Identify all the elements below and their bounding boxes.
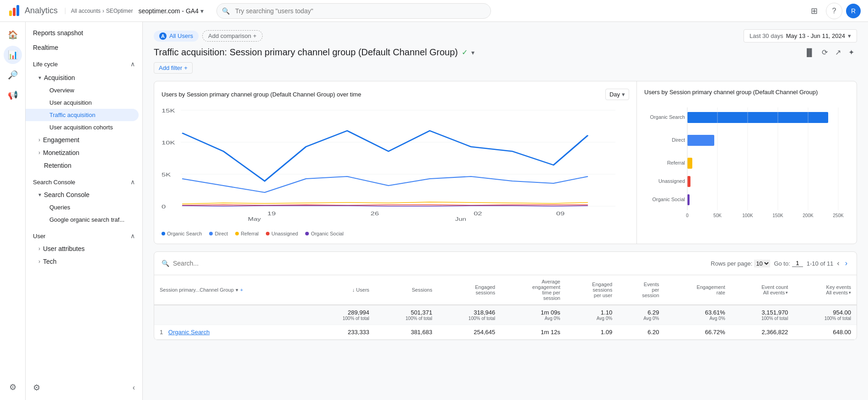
chart-compare-btn[interactable]: ⟳: [819, 46, 830, 59]
property-selector[interactable]: seoptimer.com - GA4 ▾: [138, 7, 204, 15]
bar-organic-social: [687, 194, 690, 205]
row1-engaged-per-user: 1.09: [566, 325, 618, 340]
sidebar-strip-home[interactable]: 🏠: [4, 26, 22, 44]
svg-text:09: 09: [556, 211, 565, 217]
main-layout: 🏠 📊 🔎 📢 ⚙ Reports snapshot Realtime Life…: [0, 22, 868, 400]
col-engaged-per-user[interactable]: Engaged sessions per user: [566, 275, 618, 305]
sidebar-settings-btn[interactable]: ⚙ ‹: [26, 379, 142, 396]
top-nav: Analytics All accounts › SEOptimer seopt…: [0, 0, 868, 22]
svg-text:200K: 200K: [803, 213, 814, 218]
rows-per-page-select[interactable]: 10 25 50: [754, 260, 770, 267]
col-channel-dropdown[interactable]: ▾: [236, 287, 238, 293]
row1-event-count: 2,366,822: [731, 325, 794, 340]
search-icon: 🔍: [222, 7, 230, 15]
lifecycle-section-header[interactable]: Life cycle ∧: [26, 57, 142, 71]
user-acquisition-label: User acquisition: [49, 99, 92, 106]
rows-per-page: Rows per page: 10 25 50: [711, 260, 770, 267]
bar-chart-title: Users by Session primary channel group (…: [644, 89, 849, 96]
chart-share-btn[interactable]: ↗: [832, 46, 844, 59]
col-avg-engagement[interactable]: Average engagement time per session: [501, 275, 566, 305]
sidebar-strip-explore[interactable]: 🔎: [4, 66, 22, 84]
row1-sessions: 381,683: [375, 325, 438, 340]
line-chart-title: Users by Session primary channel group (…: [162, 91, 361, 98]
help-icon: ?: [832, 7, 836, 15]
main-content: A All Users Add comparison + Last 30 day…: [143, 22, 868, 400]
sidebar-item-traffic-acquisition[interactable]: Traffic acquisition: [26, 109, 139, 121]
row1-events-per-session: 6.20: [618, 325, 664, 340]
col-engaged-sessions[interactable]: Engaged sessions: [438, 275, 501, 305]
sidebar-item-reports-snapshot[interactable]: Reports snapshot: [26, 26, 139, 40]
sidebar-item-user-acquisition[interactable]: User acquisition: [26, 96, 139, 109]
sidebar-item-engagement[interactable]: › Engagement: [26, 133, 142, 146]
svg-text:0: 0: [686, 213, 689, 218]
go-to-label: Go to:: [774, 260, 790, 267]
sidebar-item-queries[interactable]: Queries: [26, 201, 139, 213]
chart-type-bar-btn[interactable]: ▐▌: [801, 47, 817, 59]
sidebar-item-retention[interactable]: Retention: [26, 159, 139, 172]
queries-label: Queries: [49, 204, 70, 211]
total-engagement-rate: 63.61% Avg 0%: [665, 305, 731, 325]
sidebar-item-tech[interactable]: › Tech: [26, 255, 142, 268]
sidebar-strip-reports[interactable]: 📊: [4, 46, 22, 64]
line-chart-legend: Organic Search Direct Referral Unassigne…: [162, 231, 629, 236]
next-page-btn[interactable]: ›: [843, 257, 849, 269]
sidebar-strip-advertise[interactable]: 📢: [4, 86, 22, 104]
search-console-section-header[interactable]: Search Console ∧: [26, 174, 142, 188]
row1-avg-engagement: 1m 12s: [501, 325, 566, 340]
account-selector[interactable]: All accounts › SEOptimer: [65, 8, 133, 14]
add-filter-button[interactable]: Add filter +: [154, 62, 193, 74]
svg-text:Organic Search: Organic Search: [650, 114, 685, 120]
col-channel[interactable]: Session primary...Channel Group ▾ +: [154, 275, 312, 305]
col-sessions[interactable]: Sessions: [375, 275, 438, 305]
row1-channel: 1 Organic Search: [154, 325, 312, 340]
all-users-chip[interactable]: A All Users: [154, 31, 199, 42]
property-name: seoptimer.com - GA4: [138, 7, 199, 15]
traffic-acquisition-label: Traffic acquisition: [49, 112, 95, 118]
table-search-input[interactable]: [173, 260, 264, 267]
help-icon-button[interactable]: ?: [826, 3, 842, 19]
prev-page-btn[interactable]: ‹: [835, 257, 841, 269]
chart-insights-btn[interactable]: ✦: [846, 46, 857, 59]
grid-icon: ⊞: [811, 6, 818, 16]
col-event-count[interactable]: Event count All events ▾: [731, 275, 794, 305]
svg-text:50K: 50K: [713, 213, 722, 218]
sidebar-item-user-attributes[interactable]: › User attributes: [26, 242, 142, 255]
title-dropdown-btn[interactable]: ▾: [471, 49, 474, 56]
engagement-label: Engagement: [43, 136, 79, 144]
user-section-header[interactable]: User ∧: [26, 228, 142, 242]
pagination-label: 1-10 of 11: [807, 260, 834, 267]
sidebar-item-overview[interactable]: Overview: [26, 84, 139, 96]
bar-chart-area: Users by Session primary channel group (…: [637, 81, 857, 244]
add-comparison-button[interactable]: Add comparison +: [202, 30, 263, 42]
svg-text:150K: 150K: [772, 213, 783, 218]
total-avg-engagement: 1m 09s Avg 0%: [501, 305, 566, 325]
search-console-collapse-icon: ▾: [38, 192, 41, 198]
acquisition-item[interactable]: ▾ Acquisition: [26, 71, 142, 84]
go-to-input[interactable]: [792, 260, 803, 267]
total-label: [154, 305, 312, 325]
table-section: 🔍 Rows per page: 10 25 50 Go to: 1-: [154, 251, 857, 340]
col-users[interactable]: ↓ Users: [312, 275, 375, 305]
sidebar-item-realtime[interactable]: Realtime: [26, 40, 139, 55]
col-events-per-session[interactable]: Events per session: [618, 275, 664, 305]
table-row: 1 Organic Search 233,333 381,683 254,645…: [154, 325, 857, 340]
grid-icon-button[interactable]: ⊞: [806, 3, 822, 19]
legend-referral: Referral: [235, 231, 259, 236]
col-engagement-rate[interactable]: Engagement rate: [665, 275, 731, 305]
svg-text:26: 26: [371, 211, 379, 217]
day-selector[interactable]: Day ▾: [605, 89, 629, 100]
col-channel-add[interactable]: +: [240, 287, 243, 293]
sidebar-item-cohorts[interactable]: User acquisition cohorts: [26, 121, 139, 133]
add-filter-icon: +: [184, 64, 188, 71]
svg-text:5K: 5K: [162, 172, 171, 178]
avatar[interactable]: R: [846, 4, 861, 18]
sidebar-item-search-console[interactable]: ▾ Search Console: [26, 188, 142, 201]
sidebar-item-monetization[interactable]: › Monetization: [26, 146, 142, 159]
sidebar-strip-settings[interactable]: ⚙: [4, 378, 22, 396]
date-range-btn[interactable]: Last 30 days May 13 - Jun 11, 2024 ▾: [744, 29, 857, 43]
search-input[interactable]: [216, 3, 491, 19]
col-key-events[interactable]: Key events All events ▾: [793, 275, 857, 305]
row1-channel-label: Organic Search: [168, 329, 210, 336]
date-range-label: Last 30 days: [749, 32, 783, 39]
sidebar-item-google-organic[interactable]: Google organic search traf...: [26, 213, 139, 226]
